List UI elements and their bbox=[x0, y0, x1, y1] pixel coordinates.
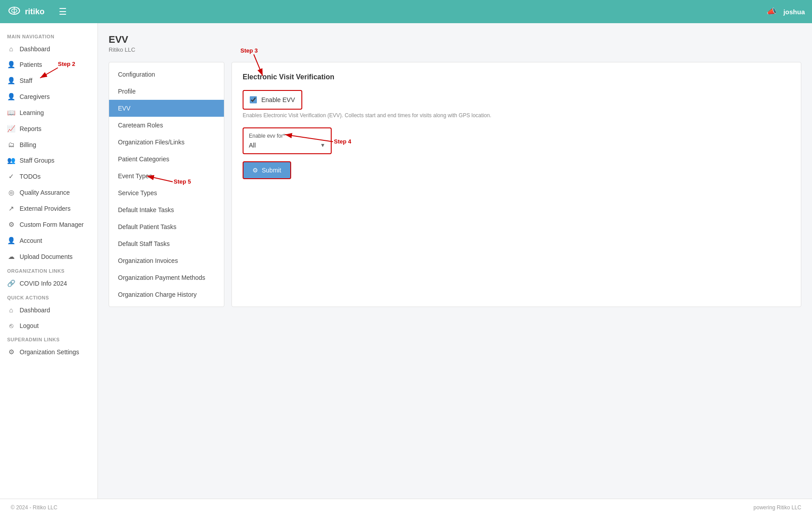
evv-for-section[interactable]: Enable evv for* All ▼ bbox=[243, 127, 332, 154]
sidebar-item-quality-assurance[interactable]: ◎ Quality Assurance bbox=[0, 184, 97, 201]
notification-icon[interactable]: 📣 bbox=[767, 7, 776, 16]
sidebar-item-external-providers[interactable]: ↗ External Providers bbox=[0, 201, 97, 217]
upload-icon: ☁ bbox=[7, 253, 15, 261]
evv-description: Enables Electronic Visit Verification (E… bbox=[243, 112, 790, 119]
qa-home-icon: ⌂ bbox=[7, 306, 15, 314]
navbar-right: 📣 joshua bbox=[767, 7, 805, 16]
app-body: Main Navigation ⌂ Dashboard 👤 Patients 👤… bbox=[0, 23, 812, 499]
sidebar-item-staff-groups[interactable]: 👥 Staff Groups bbox=[0, 152, 97, 168]
sidebar-item-label: Staff Groups bbox=[20, 157, 54, 164]
sidebar-item-logout[interactable]: ⎋ Logout bbox=[0, 318, 97, 333]
reports-icon: 📈 bbox=[7, 125, 15, 133]
sidebar-item-label: Reports bbox=[20, 125, 41, 132]
config-menu-default-staff-tasks[interactable]: Default Staff Tasks bbox=[109, 235, 224, 252]
sidebar-item-label: Learning bbox=[20, 109, 44, 116]
sidebar-item-upload-documents[interactable]: ☁ Upload Documents bbox=[0, 249, 97, 265]
billing-icon: 🗂 bbox=[7, 141, 15, 148]
evv-section-title: Electronic Visit Verification bbox=[243, 73, 790, 81]
main-nav-label: Main Navigation bbox=[0, 30, 97, 41]
evv-for-select-row: All ▼ bbox=[249, 142, 325, 149]
config-menu-profile[interactable]: Profile bbox=[109, 83, 224, 100]
qa-icon: ◎ bbox=[7, 188, 15, 197]
evv-panel: Electronic Visit Verification Enable EVV… bbox=[231, 62, 801, 307]
config-menu-default-intake-tasks[interactable]: Default Intake Tasks bbox=[109, 201, 224, 218]
sidebar-item-todos[interactable]: ✓ TODOs bbox=[0, 168, 97, 184]
dropdown-arrow-icon: ▼ bbox=[320, 142, 325, 148]
superadmin-label: Superadmin Links bbox=[0, 333, 97, 344]
home-icon: ⌂ bbox=[7, 45, 15, 53]
sidebar-item-label: Dashboard bbox=[20, 307, 50, 314]
config-menu-event-types[interactable]: Event Types bbox=[109, 168, 224, 184]
enable-evv-row: Enable EVV bbox=[243, 90, 302, 110]
copyright: © 2024 - Ritiko LLC bbox=[11, 504, 57, 511]
sidebar-item-org-settings[interactable]: ⚙ Organization Settings bbox=[0, 344, 97, 360]
config-menu-service-types[interactable]: Service Types bbox=[109, 184, 224, 201]
sidebar-item-label: Dashboard bbox=[20, 45, 50, 53]
sidebar-item-qa-dashboard[interactable]: ⌂ Dashboard bbox=[0, 302, 97, 318]
sidebar-item-dashboard[interactable]: ⌂ Dashboard bbox=[0, 41, 97, 57]
powering: powering Ritiko LLC bbox=[754, 504, 801, 511]
sidebar-item-label: COVID Info 2024 bbox=[20, 280, 67, 287]
sidebar-item-label: Staff bbox=[20, 77, 32, 84]
footer: © 2024 - Ritiko LLC powering Ritiko LLC bbox=[0, 499, 812, 516]
staff-groups-icon: 👥 bbox=[7, 156, 15, 164]
sidebar-item-label: External Providers bbox=[20, 205, 70, 212]
page-subtitle: Ritiko LLC bbox=[109, 46, 801, 53]
sidebar-item-label: Logout bbox=[20, 322, 39, 329]
sidebar-item-custom-form-manager[interactable]: ⚙ Custom Form Manager bbox=[0, 217, 97, 233]
page-title: EVV bbox=[109, 34, 801, 45]
patients-icon: 👤 bbox=[7, 61, 15, 69]
sidebar-item-billing[interactable]: 🗂 Billing bbox=[0, 137, 97, 152]
config-menu-org-invoices[interactable]: Organization Invoices bbox=[109, 252, 224, 269]
config-menu-default-patient-tasks[interactable]: Default Patient Tasks bbox=[109, 218, 224, 235]
sidebar: Main Navigation ⌂ Dashboard 👤 Patients 👤… bbox=[0, 23, 98, 499]
org-links-label: Organization Links bbox=[0, 265, 97, 275]
external-providers-icon: ↗ bbox=[7, 205, 15, 213]
submit-icon: ⚙ bbox=[252, 167, 258, 174]
logout-icon: ⎋ bbox=[7, 322, 15, 329]
config-menu-careteam-roles[interactable]: Careteam Roles bbox=[109, 117, 224, 134]
submit-button[interactable]: ⚙ Submit bbox=[243, 161, 291, 179]
evv-for-label: Enable evv for* bbox=[249, 133, 325, 139]
settings-icon: ⚙ bbox=[7, 348, 15, 356]
sidebar-item-staff[interactable]: 👤 Staff bbox=[0, 73, 97, 89]
config-menu-evv[interactable]: EVV bbox=[109, 100, 224, 117]
sidebar-item-label: Caregivers bbox=[20, 93, 50, 100]
config-menu-configuration[interactable]: Configuration bbox=[109, 66, 224, 83]
todos-icon: ✓ bbox=[7, 172, 15, 180]
enable-evv-checkbox[interactable] bbox=[250, 96, 257, 103]
config-panel: Configuration Profile EVV Careteam Roles… bbox=[109, 62, 224, 307]
sidebar-item-covid-info[interactable]: 🔗 COVID Info 2024 bbox=[0, 275, 97, 291]
main-content: EVV Ritiko LLC Configuration Profile EVV… bbox=[98, 23, 812, 499]
logo[interactable]: ritiko bbox=[7, 4, 45, 19]
sidebar-item-label: Custom Form Manager bbox=[20, 221, 84, 228]
hamburger-button[interactable]: ☰ bbox=[59, 6, 67, 17]
sidebar-item-reports[interactable]: 📈 Reports bbox=[0, 121, 97, 137]
sidebar-item-patients[interactable]: 👤 Patients bbox=[0, 57, 97, 73]
sidebar-item-label: TODOs bbox=[20, 173, 41, 180]
sidebar-item-label: Billing bbox=[20, 141, 36, 148]
sidebar-item-label: Organization Settings bbox=[20, 348, 79, 356]
custom-form-icon: ⚙ bbox=[7, 221, 15, 229]
sidebar-item-label: Account bbox=[20, 237, 42, 244]
content-row: Configuration Profile EVV Careteam Roles… bbox=[109, 62, 801, 307]
config-menu-org-files-links[interactable]: Organization Files/Links bbox=[109, 134, 224, 151]
username-label: joshua bbox=[784, 8, 805, 16]
config-menu-org-charge-history[interactable]: Organization Charge History bbox=[109, 286, 224, 303]
config-menu-patient-categories[interactable]: Patient Categories bbox=[109, 151, 224, 168]
sidebar-item-label: Patients bbox=[20, 61, 42, 68]
config-menu-org-payment-methods[interactable]: Organization Payment Methods bbox=[109, 269, 224, 286]
sidebar-item-learning[interactable]: 📖 Learning bbox=[0, 105, 97, 121]
sidebar-item-label: Quality Assurance bbox=[20, 189, 70, 196]
quick-actions-label: Quick Actions bbox=[0, 291, 97, 302]
staff-icon: 👤 bbox=[7, 77, 15, 85]
sidebar-item-caregivers[interactable]: 👤 Caregivers bbox=[0, 89, 97, 105]
submit-label: Submit bbox=[262, 167, 281, 174]
account-icon: 👤 bbox=[7, 237, 15, 245]
sidebar-item-account[interactable]: 👤 Account bbox=[0, 233, 97, 249]
logo-text: ritiko bbox=[25, 7, 45, 16]
learning-icon: 📖 bbox=[7, 109, 15, 117]
enable-evv-label[interactable]: Enable EVV bbox=[261, 96, 295, 103]
caregivers-icon: 👤 bbox=[7, 93, 15, 101]
link-icon: 🔗 bbox=[7, 279, 15, 287]
